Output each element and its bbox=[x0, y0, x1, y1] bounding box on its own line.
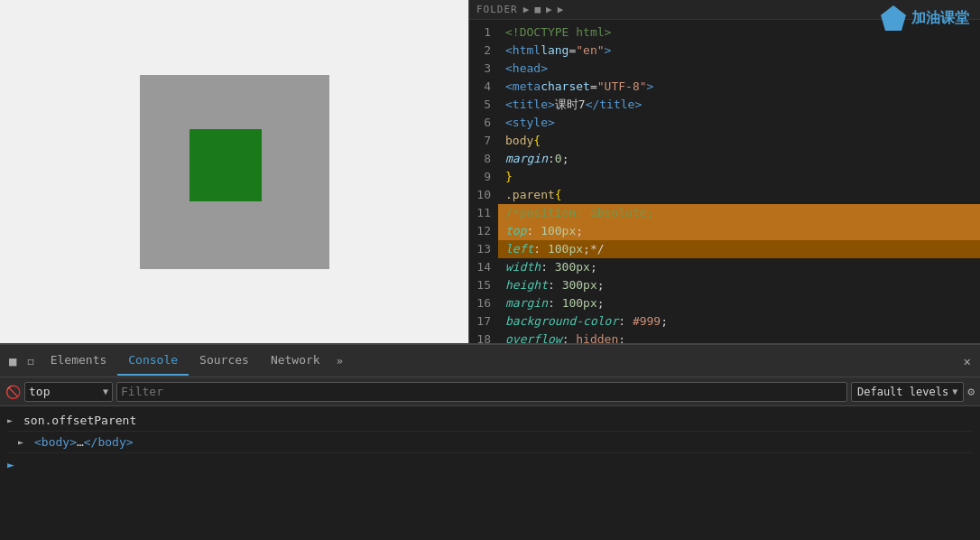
console-input-wrap: ▼ bbox=[24, 382, 113, 402]
devtools-panel: ■ ◻ Elements Console Sources Network » ✕… bbox=[0, 343, 980, 540]
code-line-5: <title>课时7</title> bbox=[498, 96, 980, 114]
console-prompt-icon[interactable]: ► bbox=[7, 458, 14, 471]
code-line-4: <meta charset="UTF-8"> bbox=[498, 78, 980, 96]
console-expression-input[interactable] bbox=[29, 385, 101, 398]
code-panel: FOLDER ▶ ■ ▶ ▶ 1 2 3 4 5 6 7 8 9 10 bbox=[469, 0, 980, 343]
console-value-1: son.offsetParent bbox=[23, 414, 136, 427]
tab-elements[interactable]: Elements bbox=[40, 346, 118, 376]
default-levels-label: Default levels bbox=[857, 386, 948, 398]
code-line-17: background-color: #999; bbox=[498, 312, 980, 331]
tab-network[interactable]: Network bbox=[260, 346, 331, 376]
code-line-7: body{ bbox=[498, 132, 980, 150]
devtools-close-icon[interactable]: ✕ bbox=[958, 354, 976, 368]
console-row-prompt: ► bbox=[7, 453, 973, 475]
code-line-14: width: 300px; bbox=[498, 258, 980, 276]
clear-console-icon[interactable]: 🚫 bbox=[5, 385, 21, 399]
code-line-8: margin: 0; bbox=[498, 150, 980, 168]
code-line-12: top: 100px; bbox=[498, 222, 980, 240]
tab-more[interactable]: » bbox=[331, 355, 348, 368]
devtools-tabs: ■ ◻ Elements Console Sources Network » ✕ bbox=[0, 345, 980, 377]
tab-sources[interactable]: Sources bbox=[189, 346, 260, 376]
code-lines: <!DOCTYPE html><html lang="en"><head> <m… bbox=[498, 20, 980, 343]
parent-box bbox=[140, 75, 329, 269]
code-line-10: .parent{ bbox=[498, 186, 980, 204]
code-line-6: <style> bbox=[498, 114, 980, 132]
expand-icon-1: ► bbox=[7, 415, 18, 425]
console-input-dropdown-icon[interactable]: ▼ bbox=[103, 386, 108, 396]
devtools-inspect-icon[interactable]: ■ bbox=[4, 354, 22, 368]
code-line-2: <html lang="en"> bbox=[498, 42, 980, 60]
console-row-1[interactable]: ► son.offsetParent bbox=[7, 410, 973, 432]
code-line-9: } bbox=[498, 168, 980, 186]
son-box bbox=[190, 129, 262, 201]
folder-label: FOLDER bbox=[476, 4, 518, 15]
preview-panel bbox=[0, 0, 469, 343]
tab-console[interactable]: Console bbox=[117, 346, 189, 376]
code-line-11: /*position: absolute; bbox=[498, 204, 980, 222]
devtools-device-icon[interactable]: ◻ bbox=[22, 355, 39, 368]
line-numbers: 1 2 3 4 5 6 7 8 9 10 11 12 13 14 15 16 1 bbox=[469, 20, 498, 343]
default-levels-dropdown[interactable]: Default levels ▼ bbox=[851, 382, 964, 402]
filter-input-wrap bbox=[116, 382, 847, 402]
watermark: 加油课堂 bbox=[881, 5, 969, 31]
expand-icon-2: ► bbox=[18, 437, 29, 447]
code-area: 1 2 3 4 5 6 7 8 9 10 11 12 13 14 15 16 1 bbox=[469, 20, 980, 343]
devtools-toolbar: 🚫 ▼ Default levels ▼ ⚙ bbox=[0, 377, 980, 406]
code-line-16: margin: 100px; bbox=[498, 294, 980, 312]
console-output: ► son.offsetParent ► <body>…</body> ► bbox=[0, 406, 980, 540]
console-filter-input[interactable] bbox=[121, 385, 843, 398]
default-levels-arrow-icon: ▼ bbox=[952, 386, 957, 396]
console-value-2: <body>…</body> bbox=[34, 435, 134, 449]
code-line-18: overflow: hidden; bbox=[498, 331, 980, 343]
console-settings-icon[interactable]: ⚙ bbox=[967, 385, 975, 398]
code-line-13: left: 100px;*/ bbox=[498, 240, 980, 258]
code-line-15: height: 300px; bbox=[498, 276, 980, 294]
console-row-2[interactable]: ► <body>…</body> bbox=[7, 432, 973, 453]
code-line-3: <head> bbox=[498, 60, 980, 78]
